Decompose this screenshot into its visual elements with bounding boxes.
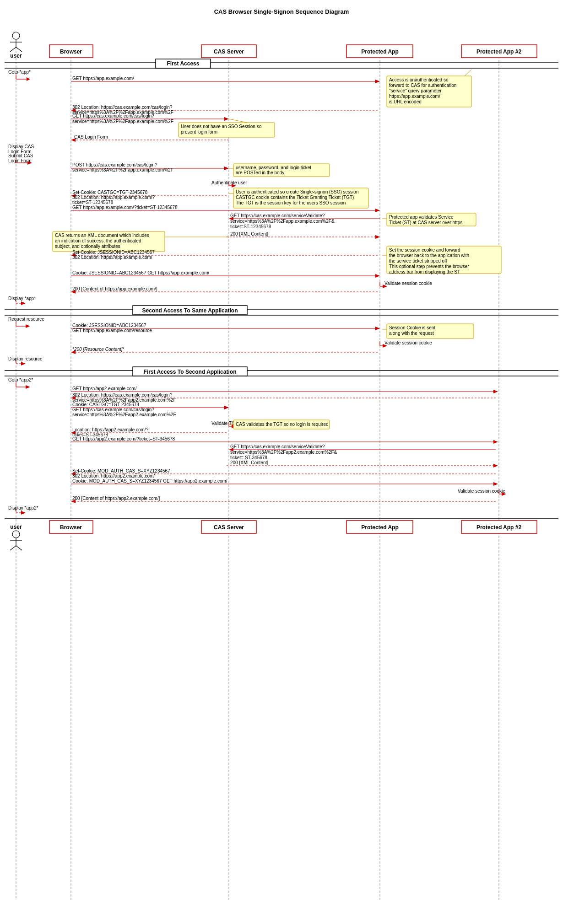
cookie-mod-auth-get: Cookie: MOD_AUTH_CAS_S=XYZ1234567 GET ht… bbox=[72, 478, 227, 483]
svg-text:Login Form: Login Form bbox=[8, 158, 32, 163]
svg-text:service=https%3A%2F%2Fapp2.exa: service=https%3A%2F%2Fapp2.example.com%2… bbox=[230, 450, 337, 455]
svg-marker-123 bbox=[224, 406, 229, 409]
submit-cas-form: Submit CAS bbox=[8, 153, 33, 158]
svg-text:ticket= ST-345678: ticket= ST-345678 bbox=[230, 455, 267, 460]
svg-marker-41 bbox=[224, 167, 229, 170]
svg-text:302 Location: https://app.exam: 302 Location: https://app.example.com/ bbox=[72, 255, 152, 260]
svg-text:service=https%3A%2F%2Fapp2.exa: service=https%3A%2F%2Fapp2.example.com%2… bbox=[72, 412, 176, 417]
redirect302-msg: 302 Location: https://cas.example.com/ca… bbox=[72, 105, 173, 110]
location-app2-ticket: Location: https://app2.example.com/? bbox=[72, 427, 149, 432]
svg-text:302 Location: https://app.exam: 302 Location: https://app.example.com/? bbox=[72, 195, 155, 200]
validate-session-cookie-msg: Validate session cookie bbox=[384, 281, 432, 286]
svg-text:address bar from displaying th: address bar from displaying the ST bbox=[389, 269, 460, 274]
svg-marker-82 bbox=[375, 274, 380, 278]
user-label-top: user bbox=[10, 53, 22, 59]
svg-text:The TGT is the session key for: The TGT is the session key for the users… bbox=[236, 200, 346, 205]
post-cas-login-msg: POST https://cas.example.com/cas/login? bbox=[72, 162, 157, 167]
validate-session-cookie3: Validate session cookie bbox=[458, 489, 505, 494]
authenticate-user-msg: Authenticate user bbox=[211, 180, 247, 185]
svg-marker-90 bbox=[21, 301, 26, 305]
note-session-cookie-sent: Session Cookie is sent bbox=[389, 325, 435, 330]
cas-login-form-msg: CAS Login Form bbox=[74, 134, 108, 140]
svg-text:present login form: present login form bbox=[181, 129, 217, 134]
xml-content200-app2: 200 [XML Content] bbox=[230, 460, 268, 465]
note-protected-validates: Protected app validates Service bbox=[389, 215, 454, 220]
get-service-validate2-msg: GET https://cas.example.com/serviceValid… bbox=[230, 444, 325, 449]
svg-marker-141 bbox=[493, 464, 498, 467]
xml-content-200: 200 [XML Content] bbox=[230, 231, 268, 236]
request-resource-label: Request resource bbox=[8, 317, 44, 322]
svg-marker-154 bbox=[21, 511, 26, 515]
svg-text:along with the request: along with the request bbox=[389, 331, 434, 336]
note-cas-validates-tgt: CAS validates the TGT so no login is req… bbox=[236, 422, 329, 427]
svg-text:GET https://app.example.com/re: GET https://app.example.com/resource bbox=[72, 328, 152, 333]
cookie-castgc-get-app2: Cookie: CASTGC=TGT-2345678 bbox=[72, 402, 139, 407]
svg-text:service=https%3A%2F%2Fapp.exam: service=https%3A%2F%2Fapp.example.com%2F bbox=[72, 167, 173, 172]
svg-marker-110 bbox=[21, 362, 26, 365]
resource-content-msg: *200 [Resource Content]* bbox=[72, 347, 125, 352]
svg-marker-28 bbox=[224, 117, 229, 121]
cookie-jsession-resource: Cookie: JSESSIONID=ABC1234567 bbox=[72, 323, 146, 328]
set-cookie-mod-auth: Set-Cookie: MOD_AUTH_CAS_S=XYZ1234567 bbox=[72, 468, 170, 473]
display-app2-label: Display *app2* bbox=[8, 505, 38, 510]
svg-text:service=https%3A%2F%2Fapp.exam: service=https%3A%2F%2Fapp.example.com%2F bbox=[72, 119, 173, 124]
section2-label: Second Access To Same Application bbox=[142, 307, 238, 314]
validate-session-cookie2: Validate session cookie bbox=[384, 340, 432, 345]
svg-text:service=https%3A%2F%2Fapp.exam: service=https%3A%2F%2Fapp.example.com%2F… bbox=[230, 219, 335, 224]
note-no-sso: User does not have an SSO Session so bbox=[181, 124, 262, 129]
section1-label: First Access bbox=[167, 60, 200, 67]
svg-line-159 bbox=[10, 546, 16, 550]
svg-text:GET https://cas.example.com/ca: GET https://cas.example.com/cas/login? bbox=[72, 407, 154, 412]
get-app2-msg: GET https://app2.example.com/ bbox=[72, 386, 137, 391]
svg-marker-135 bbox=[493, 440, 498, 444]
svg-line-160 bbox=[16, 546, 22, 550]
svg-text:This optional step prevents th: This optional step prevents the browser bbox=[389, 264, 469, 269]
note-unauthenticated: Access is unauthenticated so bbox=[389, 77, 449, 82]
svg-text:302 Location: https://app2.exa: 302 Location: https://app2.example.com/ bbox=[72, 473, 155, 478]
cas-server-label-top: CAS Server bbox=[214, 48, 244, 55]
svg-marker-58 bbox=[375, 209, 380, 212]
cas-server-label-bottom: CAS Server bbox=[214, 524, 244, 531]
display-app-label: Display *app* bbox=[8, 296, 36, 301]
set-cookie-castgc: Set-Cookie: CASTGC=TGT-2345678 bbox=[72, 190, 148, 195]
svg-text:subject, and optionally attrib: subject, and optionally attributes bbox=[55, 244, 120, 249]
svg-line-31 bbox=[229, 119, 247, 123]
display-resource-label: Display resource bbox=[8, 356, 43, 361]
svg-line-9 bbox=[16, 47, 22, 52]
set-cookie-jsession: Set-Cookie: JSESSIONID=ABC1234567 bbox=[72, 250, 155, 255]
browser-label-bottom: Browser bbox=[60, 524, 82, 531]
svg-marker-71 bbox=[375, 235, 380, 239]
svg-marker-15 bbox=[27, 77, 30, 81]
content200-msg: 200 [Content of https://app.example.com/… bbox=[72, 286, 157, 291]
protected-app2-label-top: Protected App #2 bbox=[476, 48, 522, 55]
get-app2-ticket: GET https://app2.example.com/?ticket=ST-… bbox=[72, 436, 175, 441]
get-service-validate-msg: GET https://cas.example.com/serviceValid… bbox=[230, 213, 325, 218]
svg-marker-98 bbox=[375, 327, 380, 330]
svg-text:ticket=ST-12345678: ticket=ST-12345678 bbox=[230, 224, 271, 229]
svg-text:is URL encoded: is URL encoded bbox=[389, 99, 422, 104]
svg-text:forward to CAS for authenticat: forward to CAS for authentication. bbox=[389, 83, 458, 88]
svg-marker-116 bbox=[26, 385, 30, 389]
get-app-msg: GET https://app.example.com/ bbox=[72, 76, 134, 81]
note-sso-created: User is authenticated so create Single-s… bbox=[236, 189, 358, 194]
content200-app2: 200 [Content of https://app2.example.com… bbox=[72, 496, 160, 501]
diagram-title: CAS Browser Single-Signon Sequence Diagr… bbox=[0, 5, 563, 15]
svg-text:Ticket (ST) at CAS server over: Ticket (ST) at CAS server over https bbox=[389, 220, 462, 225]
get-cas-login-msg: GET https://cas.example.com/cas/login? bbox=[72, 113, 154, 118]
note-cas-xml: CAS returns an XML document which includ… bbox=[55, 233, 149, 238]
svg-text:the browser back to the applic: the browser back to the application with bbox=[389, 253, 469, 258]
get-app-ticket-msg: GET https://app.example.com/?ticket=ST-1… bbox=[72, 205, 178, 210]
redirect302-app2: 302 Location: https://cas.example.com/ca… bbox=[72, 392, 173, 398]
svg-text:CASTGC cookie contains the Tic: CASTGC cookie contains the Ticket Granti… bbox=[236, 195, 354, 200]
svg-line-19 bbox=[465, 70, 471, 76]
note-credentials: username, password, and login ticket bbox=[236, 165, 311, 170]
svg-marker-146 bbox=[493, 482, 498, 486]
svg-marker-96 bbox=[26, 324, 30, 328]
svg-text:"service" query parameter: "service" query parameter bbox=[389, 88, 442, 93]
svg-text:an indication of success, the : an indication of success, the authentica… bbox=[55, 238, 141, 243]
browser-label-top: Browser bbox=[60, 48, 82, 55]
protected-app-label-bottom: Protected App bbox=[361, 524, 399, 531]
svg-point-5 bbox=[12, 32, 20, 39]
svg-marker-118 bbox=[493, 390, 498, 393]
goto-app2-label: Goto *app2* bbox=[8, 377, 33, 382]
